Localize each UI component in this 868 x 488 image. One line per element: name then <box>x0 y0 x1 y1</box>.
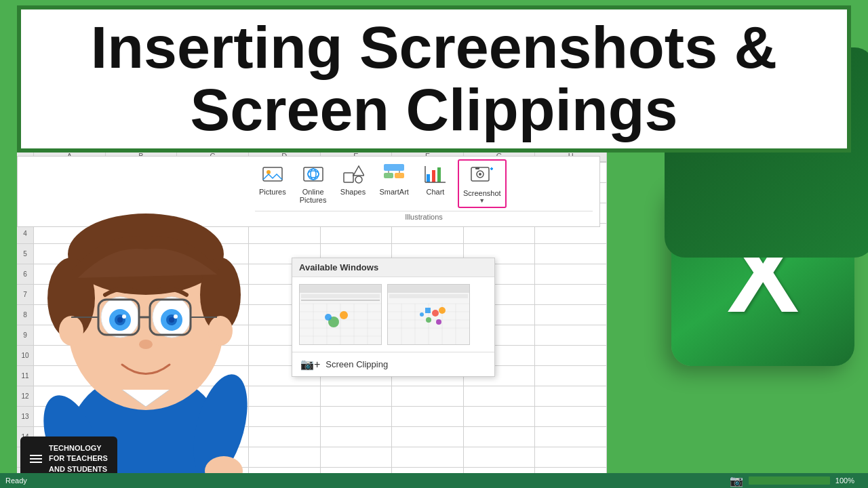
svg-rect-11 <box>395 173 404 178</box>
title-line1: Inserting Screenshots & <box>35 16 833 79</box>
hamburger-line-2 <box>30 458 42 460</box>
svg-point-56 <box>426 317 431 323</box>
svg-rect-16 <box>437 167 441 182</box>
svg-rect-6 <box>344 173 353 182</box>
svg-point-82 <box>174 314 178 319</box>
title-box: Inserting Screenshots & Screen Clippings <box>17 5 851 152</box>
svg-point-3 <box>308 171 319 178</box>
svg-point-67 <box>208 316 233 346</box>
screenshot-button[interactable]: Screenshot ▼ <box>458 159 507 208</box>
illustrations-section-label: Illustrations <box>255 211 593 221</box>
ready-status: Ready <box>5 476 27 485</box>
svg-point-55 <box>432 310 439 317</box>
svg-point-83 <box>139 340 153 349</box>
camera-icon: 📷 <box>730 474 743 487</box>
smartart-icon <box>382 162 406 186</box>
branding-text: TECHNOLOGY FOR TEACHERS AND STUDENTS <box>49 443 108 474</box>
screen-clipping-label: Screen Clipping <box>326 359 388 369</box>
screenshot-label: Screenshot <box>463 189 501 197</box>
smartart-label: SmartArt <box>380 188 409 196</box>
thumb2-inner <box>388 285 469 344</box>
svg-point-78 <box>122 314 126 319</box>
screenshot-dropdown: Available Windows <box>292 258 495 377</box>
svg-rect-44 <box>389 294 468 298</box>
hamburger-line-3 <box>30 462 42 463</box>
svg-point-41 <box>325 314 332 321</box>
zoom-slider[interactable] <box>749 476 830 485</box>
chart-label: Chart <box>426 188 444 196</box>
hamburger-menu-icon <box>30 455 42 463</box>
svg-point-58 <box>436 319 441 325</box>
ribbon-buttons-row: Pictures OnlinePictures <box>255 159 593 208</box>
svg-rect-14 <box>427 174 430 182</box>
smartart-button[interactable]: SmartArt <box>376 159 413 199</box>
hamburger-line-1 <box>30 455 42 456</box>
shapes-button[interactable]: Shapes <box>336 159 370 199</box>
svg-rect-28 <box>301 300 380 301</box>
window-thumb-2[interactable] <box>387 284 470 345</box>
svg-rect-43 <box>388 285 469 293</box>
status-bar: Ready 📷 100% <box>0 473 868 488</box>
svg-point-77 <box>117 317 123 323</box>
svg-rect-15 <box>432 170 435 182</box>
thumb1-inner <box>300 285 381 344</box>
online-pictures-icon <box>301 162 326 186</box>
svg-rect-27 <box>301 294 380 298</box>
svg-point-21 <box>479 173 481 176</box>
svg-rect-10 <box>384 173 393 178</box>
svg-point-8 <box>355 176 362 183</box>
svg-rect-26 <box>300 285 381 293</box>
svg-point-59 <box>420 312 424 317</box>
online-pictures-button[interactable]: OnlinePictures <box>296 159 331 207</box>
svg-rect-9 <box>384 164 404 171</box>
screenshot-icon <box>470 163 494 188</box>
available-windows-header: Available Windows <box>292 258 494 277</box>
shapes-label: Shapes <box>340 188 366 196</box>
svg-rect-22 <box>475 167 479 169</box>
chart-icon <box>423 162 448 186</box>
svg-point-81 <box>169 317 174 323</box>
screen-clipping-option[interactable]: 📷+ Screen Clipping <box>292 352 494 376</box>
zoom-level: 100% <box>835 476 854 485</box>
svg-point-57 <box>439 307 446 314</box>
svg-point-66 <box>59 316 83 346</box>
svg-rect-2 <box>304 167 323 181</box>
screen-clipping-icon: 📷+ <box>300 358 320 371</box>
online-pictures-label: OnlinePictures <box>300 188 327 204</box>
shapes-icon <box>341 162 366 186</box>
title-line2: Screen Clippings <box>35 79 833 141</box>
screenshot-dropdown-arrow[interactable]: ▼ <box>479 197 485 204</box>
window-thumbnails-area <box>292 277 494 352</box>
svg-point-40 <box>340 311 348 319</box>
svg-rect-54 <box>425 308 431 313</box>
chart-button[interactable]: Chart <box>418 159 452 199</box>
window-thumb-1[interactable] <box>299 284 382 345</box>
svg-marker-7 <box>353 166 364 176</box>
